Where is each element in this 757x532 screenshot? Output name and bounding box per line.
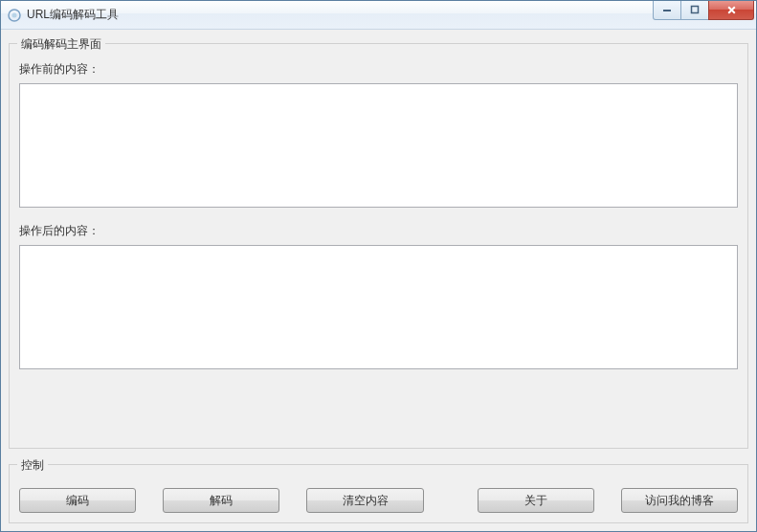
decode-button[interactable]: 解码 (163, 488, 279, 513)
svg-rect-2 (663, 10, 671, 11)
main-group-title: 编码解码主界面 (17, 36, 105, 53)
control-groupbox: 控制 编码 解码 清空内容 关于 访问我的博客 (9, 464, 748, 523)
before-label: 操作前的内容： (19, 61, 738, 78)
app-icon (7, 8, 22, 23)
svg-point-1 (12, 12, 17, 17)
button-row: 编码 解码 清空内容 关于 访问我的博客 (19, 488, 738, 513)
window-controls (654, 1, 754, 20)
input-before[interactable] (19, 83, 738, 208)
client-area: 编码解码主界面 操作前的内容： 操作后的内容： 控制 编码 解码 清空内容 关于… (1, 30, 756, 531)
control-group-title: 控制 (17, 457, 48, 474)
window-title: URL编码解码工具 (27, 7, 654, 23)
blog-button[interactable]: 访问我的博客 (621, 488, 738, 513)
about-button[interactable]: 关于 (478, 488, 594, 513)
clear-button[interactable]: 清空内容 (306, 488, 423, 513)
after-label: 操作后的内容： (19, 223, 738, 239)
encode-button[interactable]: 编码 (19, 488, 136, 513)
titlebar[interactable]: URL编码解码工具 (1, 1, 756, 30)
minimize-button[interactable] (653, 1, 681, 20)
input-after[interactable] (19, 245, 738, 369)
app-window: URL编码解码工具 编码解码主界面 操作前的内容： 操作后的内容： 控制 编码 (0, 0, 757, 532)
svg-rect-3 (692, 7, 699, 13)
close-button[interactable] (708, 1, 754, 20)
main-groupbox: 编码解码主界面 操作前的内容： 操作后的内容： (9, 43, 748, 449)
maximize-button[interactable] (680, 1, 709, 20)
